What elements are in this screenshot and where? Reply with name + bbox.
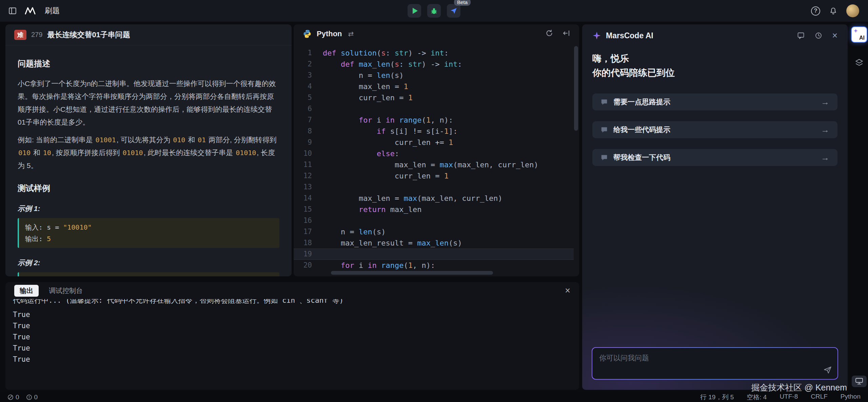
code-line[interactable]: 17 n = len(s) — [294, 226, 574, 237]
code-line[interactable]: 7 for i in range(1, n): — [294, 114, 574, 126]
code-line[interactable]: 9 curr_len += 1 — [294, 137, 574, 148]
warnings-indicator[interactable]: 0 — [26, 394, 38, 401]
statusbar-left: 0 0 — [7, 394, 38, 401]
console-line: True — [13, 343, 579, 354]
ai-assistant-panel: MarsCode AI × 嗨，悦乐 你的代码陪练已到位 需要一点思路提示→给 — [582, 24, 848, 390]
ai-header: MarsCode AI × — [582, 24, 848, 47]
output-header: 输出 调试控制台 × — [5, 282, 579, 299]
ai-question-input[interactable] — [592, 348, 837, 379]
debug-button[interactable] — [427, 4, 441, 18]
ai-panel-toggle-button[interactable]: AI — [851, 26, 867, 43]
topbar-right: ? — [811, 4, 868, 17]
language-mode[interactable]: Python — [841, 393, 861, 402]
topbar-left: 刷题 — [0, 6, 60, 16]
ai-cards: 需要一点思路提示→给我一些代码提示→帮我检查一下代码→ — [582, 80, 848, 166]
reset-code-icon[interactable] — [562, 29, 570, 39]
editor-panel: Python ⇄ 1def solution(s: str) -> int:2 … — [294, 24, 579, 276]
difficulty-badge: 难 — [14, 30, 26, 40]
problem-panel: 难 279 最长连续交替01子串问题 问题描述 小C拿到了一个长度为n的二进制串… — [5, 24, 292, 276]
ai-suggestion-card[interactable]: 帮我检查一下代码→ — [592, 149, 837, 166]
marscode-logo[interactable] — [24, 6, 38, 16]
tab-output[interactable]: 输出 — [14, 285, 39, 297]
beta-badge: Beta — [454, 0, 471, 6]
code-line[interactable]: 18 max_len_result = max_len(s) — [294, 237, 574, 249]
statusbar: 0 0 行 19，列 5 空格: 4 UTF-8 CRLF Python — [0, 392, 868, 402]
ai-close-icon[interactable]: × — [832, 31, 837, 40]
indent-setting[interactable]: 空格: 4 — [747, 393, 767, 402]
errors-indicator[interactable]: 0 — [7, 394, 19, 401]
warning-icon — [26, 394, 32, 400]
code-line[interactable]: 11 max_len = max(max_len, curr_len) — [294, 159, 574, 170]
sample-label: 示例 1: — [18, 204, 279, 213]
send-icon[interactable] — [823, 365, 832, 376]
code-line[interactable]: 15 return max_len — [294, 204, 574, 215]
eol-setting[interactable]: CRLF — [811, 393, 828, 402]
problem-title: 最长连续交替01子串问题 — [47, 30, 130, 40]
ai-button-label: AI — [859, 35, 865, 41]
app: 刷题 Beta — [0, 0, 868, 402]
code-lines: 1def solution(s: str) -> int:2 def max_l… — [294, 43, 574, 270]
code-line[interactable]: 8 if s[i] != s[i-1]: — [294, 126, 574, 137]
code-line[interactable]: 6 — [294, 103, 574, 114]
arrow-right-icon: → — [821, 97, 829, 107]
arrow-right-icon: → — [821, 125, 829, 135]
code-line[interactable]: 2 def max_len(s: str) -> int: — [294, 59, 574, 70]
ai-greeting: 嗨，悦乐 你的代码陪练已到位 — [582, 47, 848, 80]
editor-vertical-scrollbar[interactable] — [574, 46, 578, 131]
ai-suggestion-card[interactable]: 给我一些代码提示→ — [592, 121, 837, 138]
console-body: 代码运行中... (温馨提示: 代码中不允许存在输入指令，否则将会阻塞运行。例如… — [5, 299, 579, 365]
cursor-position[interactable]: 行 19，列 5 — [700, 393, 734, 402]
layers-icon[interactable] — [855, 58, 864, 68]
chat-bubble-icon — [600, 98, 608, 106]
python-icon — [302, 29, 312, 39]
chat-bubble-icon — [600, 126, 608, 133]
problem-header: 难 279 最长连续交替01子串问题 — [5, 24, 292, 45]
sparkle-icon — [853, 28, 858, 35]
code-line[interactable]: 13 — [294, 182, 574, 193]
feedback-icon[interactable] — [797, 31, 805, 40]
code-line[interactable]: 20 for i in range(1, n): — [294, 260, 574, 270]
code-line[interactable]: 3 n = len(s) — [294, 70, 574, 81]
console-line: True — [13, 332, 579, 343]
topbar: 刷题 Beta — [0, 0, 868, 22]
problem-description: 小C拿到了一个长度为n的二进制串。他发现通过一些操作可以得到一个很有趣的效果。每… — [18, 77, 279, 129]
sidebar-toggle-icon[interactable] — [8, 6, 17, 15]
code-line[interactable]: 4 max_len = 1 — [294, 81, 574, 92]
language-label: Python — [317, 29, 342, 38]
card-label: 需要一点思路提示 — [613, 97, 815, 107]
code-line[interactable]: 14 max_len = max(max_len, curr_len) — [294, 193, 574, 204]
watermark: 掘金技术社区 @ Kennem — [751, 382, 847, 393]
problem-id: 279 — [31, 31, 42, 39]
run-button[interactable] — [408, 4, 421, 18]
avatar[interactable] — [846, 4, 859, 17]
code-line[interactable]: 16 — [294, 215, 574, 226]
code-line[interactable]: 5 curr_len = 1 — [294, 92, 574, 103]
section-title-samples: 测试样例 — [18, 183, 279, 194]
switch-language-icon[interactable]: ⇄ — [348, 30, 354, 38]
editor-horizontal-scrollbar[interactable] — [331, 271, 493, 275]
code-line[interactable]: 12 curr_len = 1 — [294, 170, 574, 182]
editor-actions — [545, 29, 570, 39]
close-icon[interactable]: × — [565, 286, 570, 295]
ai-suggestion-card[interactable]: 需要一点思路提示→ — [592, 93, 837, 110]
encoding[interactable]: UTF-8 — [780, 393, 798, 402]
history-icon[interactable] — [814, 31, 823, 40]
section-title-description: 问题描述 — [18, 58, 279, 69]
problem-body: 问题描述 小C拿到了一个长度为n的二进制串。他发现通过一些操作可以得到一个很有趣… — [5, 45, 292, 276]
tab-debug-console[interactable]: 调试控制台 — [49, 286, 83, 295]
output-panel: 输出 调试控制台 × 代码运行中... (温馨提示: 代码中不允许存在输入指令，… — [5, 282, 579, 390]
bell-icon[interactable] — [829, 7, 837, 15]
monitor-icon[interactable] — [852, 376, 867, 387]
side-strip: AI — [850, 26, 868, 390]
help-icon[interactable]: ? — [811, 6, 820, 16]
submit-button[interactable] — [447, 4, 460, 18]
ai-greeting-line2: 你的代码陪练已到位 — [592, 66, 837, 80]
code-line[interactable]: 1def solution(s: str) -> int: — [294, 47, 574, 59]
ai-header-actions: × — [797, 31, 837, 40]
console-lines: TrueTrueTrueTrueTrue — [13, 309, 579, 365]
warnings-count: 0 — [34, 394, 38, 401]
code-line[interactable]: 19 — [294, 249, 574, 260]
topbar-actions: Beta — [408, 0, 460, 22]
refresh-icon[interactable] — [545, 29, 553, 39]
code-line[interactable]: 10 else: — [294, 148, 574, 159]
